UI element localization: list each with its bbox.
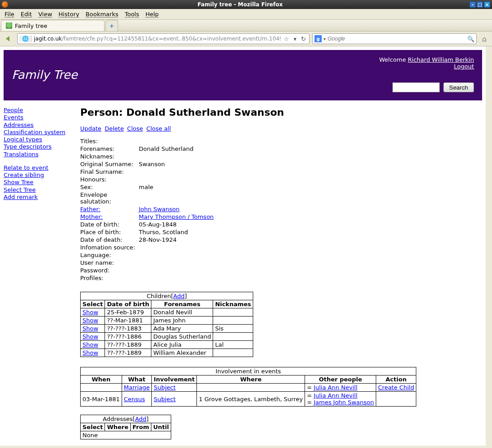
site-search-button[interactable]: Search xyxy=(443,82,474,92)
show-link[interactable]: Show xyxy=(82,341,98,348)
minimize-button[interactable]: – xyxy=(469,1,476,8)
sidebar-item-classification[interactable]: Classification system xyxy=(4,129,76,136)
detail-value xyxy=(139,137,215,145)
reload-icon[interactable]: ↻ xyxy=(300,36,307,42)
action-close[interactable]: Close xyxy=(127,125,143,132)
sidebar-item-events[interactable]: Events xyxy=(4,114,76,121)
event-what-link[interactable]: Census xyxy=(124,396,145,403)
sidebar-item-show-tree[interactable]: Show Tree xyxy=(4,179,76,186)
addresses-add-link[interactable]: Add xyxy=(135,416,146,422)
show-link[interactable]: Show xyxy=(82,325,98,332)
sidebar-item-translations[interactable]: Translations xyxy=(4,151,76,158)
url-dropdown-icon[interactable]: ▾ xyxy=(292,36,298,42)
search-engine-chevron-icon[interactable]: ▾ xyxy=(323,36,326,41)
welcome-text: Welcome Richard William Berkin xyxy=(379,56,474,63)
url-bar[interactable]: 🌐 jagit.co.uk/famtree/cfe.py?cq=11245581… xyxy=(17,33,310,44)
detail-value: 05-Aug-1848 xyxy=(139,221,215,228)
sidebar-item-relate-event[interactable]: Relate to event xyxy=(4,164,76,172)
table-row: 03-Mar-1881CensusSubject1 Grove Gottages… xyxy=(81,392,416,407)
new-tab-button[interactable]: + xyxy=(105,20,118,31)
menu-history[interactable]: History xyxy=(59,11,79,18)
addresses-table: Addresses[Add] SelectWhereFromUntil None xyxy=(80,415,171,439)
detail-label: Place of birth: xyxy=(80,228,139,236)
back-button[interactable] xyxy=(3,34,14,44)
sidebar-item-people[interactable]: People xyxy=(4,107,76,114)
tab-title: Family tree xyxy=(15,23,47,29)
sidebar: People Events Addresses Classification s… xyxy=(4,107,76,446)
scrollbar[interactable] xyxy=(486,46,492,446)
show-link[interactable]: Show xyxy=(82,333,98,340)
browser-tab[interactable]: Family tree xyxy=(1,20,105,31)
detail-label: Sex: xyxy=(80,183,139,191)
window-title: Family tree - Mozilla Firefox xyxy=(11,1,469,8)
detail-value: 28-Nov-1924 xyxy=(139,236,215,244)
detail-label: Nicknames: xyxy=(80,153,139,160)
logout-link[interactable]: Logout xyxy=(454,63,474,70)
detail-label: User name: xyxy=(80,259,139,267)
user-link[interactable]: Richard William Berkin xyxy=(408,56,474,63)
detail-value xyxy=(139,191,215,205)
action-delete[interactable]: Delete xyxy=(105,125,124,132)
menu-tools[interactable]: Tools xyxy=(125,11,139,18)
detail-label-link[interactable]: Mother: xyxy=(80,213,103,220)
event-involve-link[interactable]: Subject xyxy=(154,396,176,403)
person-link[interactable]: Julia Ann Nevill xyxy=(314,384,357,391)
scrollbar-thumb[interactable] xyxy=(487,54,491,212)
viewport: Family Tree Welcome Richard William Berk… xyxy=(0,46,492,446)
person-link[interactable]: Julia Ann Nevill xyxy=(314,392,357,399)
search-bar[interactable]: g ▾ 🔍 xyxy=(312,33,477,44)
table-header: Until xyxy=(151,423,171,431)
search-input[interactable] xyxy=(328,36,465,42)
home-button[interactable]: ⌂ xyxy=(479,34,489,44)
detail-label: Mother: xyxy=(80,213,139,221)
detail-label: Final Surname: xyxy=(80,168,139,176)
sidebar-item-add-remark[interactable]: Add remark xyxy=(4,194,76,201)
sidebar-item-addresses[interactable]: Addresses xyxy=(4,122,76,129)
sidebar-item-select-tree[interactable]: Select Tree xyxy=(4,186,76,194)
person-link[interactable]: James John Swanson xyxy=(314,399,374,406)
close-window-button[interactable]: × xyxy=(484,1,490,8)
sidebar-item-type-descriptors[interactable]: Type descriptors xyxy=(4,143,76,150)
detail-label: Infomation source: xyxy=(80,244,139,251)
menu-bookmarks[interactable]: Bookmarks xyxy=(86,11,118,18)
search-magnifier-icon[interactable]: 🔍 xyxy=(467,36,474,42)
detail-label: Date of death: xyxy=(80,236,139,244)
detail-value-link[interactable]: Mary Thompson / Tomson xyxy=(139,213,214,220)
event-what-link[interactable]: Marriage xyxy=(124,384,150,391)
show-link[interactable]: Show xyxy=(82,349,98,356)
detail-value xyxy=(139,251,215,259)
event-involve-link[interactable]: Subject xyxy=(154,384,176,391)
show-link[interactable]: Show xyxy=(82,317,98,324)
menu-view[interactable]: View xyxy=(38,11,52,18)
menubar: File Edit View History Bookmarks Tools H… xyxy=(0,9,492,20)
detail-label: Password: xyxy=(80,267,139,274)
table-header: What xyxy=(122,376,151,384)
bookmark-star-icon[interactable]: ☆ xyxy=(282,36,291,42)
url-identity: 🌐 xyxy=(19,36,32,42)
menu-file[interactable]: File xyxy=(5,11,14,18)
detail-label: Father: xyxy=(80,205,139,213)
event-action-link[interactable]: Create Child xyxy=(378,384,414,391)
site-search-input[interactable] xyxy=(392,82,440,92)
detail-label: Envelope salutation: xyxy=(80,191,139,205)
detail-label-link[interactable]: Father: xyxy=(80,206,100,213)
detail-label: Titles: xyxy=(80,137,139,145)
table-header: Select xyxy=(81,300,105,308)
show-link[interactable]: Show xyxy=(82,309,98,316)
children-add-link[interactable]: Add xyxy=(173,293,185,299)
children-table: Children[Add] SelectDate of birthForenam… xyxy=(80,292,253,357)
detail-value: Mary Thompson / Tomson xyxy=(139,213,215,221)
menu-edit[interactable]: Edit xyxy=(21,11,32,18)
page-title: Person: Donald Sutherland Swanson xyxy=(80,107,482,118)
menu-help[interactable]: Help xyxy=(146,11,159,18)
action-update[interactable]: Update xyxy=(80,125,101,132)
detail-value-link[interactable]: John Swanson xyxy=(139,206,179,213)
sidebar-item-create-sibling[interactable]: Create sibling xyxy=(4,172,76,179)
table-header: Other people xyxy=(305,376,376,384)
maximize-button[interactable]: □ xyxy=(477,1,483,8)
sidebar-item-logical-types[interactable]: Logical types xyxy=(4,136,76,143)
detail-value: John Swanson xyxy=(139,205,215,213)
table-row: Show??-???-1889William Alexander xyxy=(81,349,253,357)
detail-value: Swanson xyxy=(139,160,215,168)
action-close-all[interactable]: Close all xyxy=(146,125,171,132)
